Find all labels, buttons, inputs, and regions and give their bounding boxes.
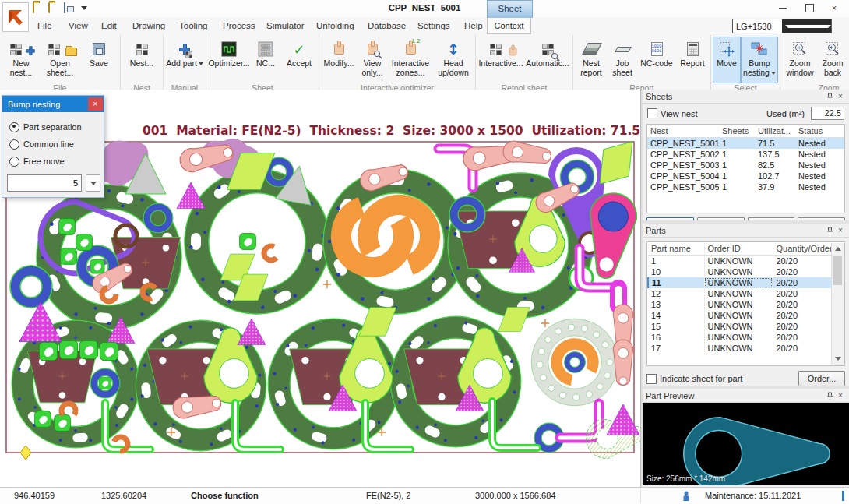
right-panel: Sheets × View nest Used (m²) 22.5 Nest S… — [643, 90, 849, 487]
preview-part-shape — [643, 403, 849, 485]
zoom-window-button[interactable]: + Zoom window — [782, 37, 818, 83]
col-nest[interactable]: Nest — [647, 125, 719, 138]
open-sheet-button[interactable]: Open sheet... — [41, 37, 79, 83]
col-sheets[interactable]: Sheets — [719, 125, 755, 138]
nc-code-button[interactable]: 10100101 NC-code — [637, 37, 676, 83]
part-row[interactable]: 10UNKNOWN20/20 — [648, 266, 833, 277]
tab-edit[interactable]: Edit — [95, 17, 123, 34]
nc-button[interactable]: G00XG02XG01X NC... — [250, 37, 281, 83]
part-row[interactable]: 13UNKNOWN20/20 — [648, 299, 833, 310]
save-icon — [93, 39, 105, 59]
new-nest-button[interactable]: New nest... — [2, 37, 41, 83]
scrollbar-thumb[interactable] — [833, 256, 842, 285]
col-quantity[interactable]: Quantity/Ordered — [773, 242, 833, 256]
part-row[interactable]: 16UNKNOWN20/20 — [648, 332, 833, 343]
part-row[interactable]: 12UNKNOWN20/20 — [648, 288, 833, 299]
sheet-row[interactable]: CPP_NEST_50051 37.9Nested — [647, 182, 844, 192]
ribbon-group-retool-sheet: Interactive... Automatic... Retool sheet — [476, 35, 573, 90]
tab-database[interactable]: Database — [361, 17, 412, 34]
tab-simulator[interactable]: Simulator — [260, 17, 311, 34]
part-row-selected[interactable]: 11UNKNOWN20/20 — [648, 277, 833, 288]
part-row[interactable]: 15UNKNOWN20/20 — [648, 321, 833, 332]
close-icon[interactable]: × — [835, 390, 846, 401]
view-nest-checkbox[interactable]: View nest — [647, 108, 698, 118]
maximize-button[interactable] — [798, 0, 821, 16]
view-only-button[interactable]: View only... — [357, 37, 388, 83]
bump-distance-input[interactable] — [7, 174, 82, 192]
sheet-row[interactable]: CPP_NEST_50021 137.5Nested — [647, 149, 844, 160]
close-icon[interactable]: × — [835, 225, 846, 236]
radio-common-line[interactable]: Common line — [2, 136, 104, 153]
head-updown-button[interactable]: ↕ Head up/down — [433, 37, 474, 83]
pin-icon[interactable] — [824, 91, 835, 102]
pin-icon[interactable] — [824, 390, 835, 401]
minimize-button[interactable] — [771, 0, 794, 16]
sheet-row[interactable]: CPP_NEST_50011 71.5Nested — [647, 138, 844, 150]
tab-view[interactable]: View — [62, 17, 94, 34]
retool-interactive-button[interactable]: Interactive... — [477, 37, 524, 83]
retool-interactive-icon — [490, 39, 512, 59]
radio-free-move[interactable]: Free move — [2, 153, 104, 170]
move-button[interactable]: Move — [713, 37, 741, 83]
status-prompt: Choose function — [191, 491, 259, 500]
radio-icon — [9, 157, 19, 167]
col-part-name[interactable]: Part name — [648, 242, 704, 256]
status-sheet-dims: 3000.000 x 1566.684 — [475, 491, 555, 500]
tab-process[interactable]: Process — [217, 17, 262, 34]
accept-button[interactable]: ✓ Accept — [281, 37, 317, 83]
tab-help[interactable]: Help — [458, 17, 489, 34]
add-part-icon — [179, 39, 190, 59]
tab-tooling[interactable]: Tooling — [173, 17, 213, 34]
radio-icon — [9, 139, 19, 150]
part-row[interactable]: 17UNKNOWN20/20 — [648, 343, 833, 354]
job-sheet-button[interactable]: Job sheet — [608, 37, 637, 83]
ribbon-group-zoom: + Zoom window Zoom back Zoom all Zoom — [780, 35, 849, 90]
machine-selector[interactable]: LG+1530 — [732, 19, 832, 33]
col-order-id[interactable]: Order ID — [704, 242, 773, 256]
zoom-back-icon — [825, 39, 840, 59]
nc-icon: G00XG02XG01X — [258, 39, 273, 59]
maintenance-date: Maintenance: 15.11.2021 — [705, 491, 801, 500]
sheet-row[interactable]: CPP_NEST_50031 82.5Nested — [647, 160, 844, 171]
close-icon[interactable]: × — [835, 91, 846, 102]
tab-drawing[interactable]: Drawing — [126, 17, 171, 34]
part-row[interactable]: 14UNKNOWN20/20 — [648, 310, 833, 321]
dialog-title-bar[interactable]: Bump nesting × — [2, 96, 104, 112]
scroll-up-icon[interactable] — [832, 243, 844, 255]
app-logo[interactable] — [2, 2, 29, 32]
parts-scrollbar[interactable] — [831, 243, 844, 365]
nest-button[interactable]: Nest... — [122, 37, 161, 83]
scroll-down-icon[interactable] — [832, 353, 844, 365]
part-row[interactable]: 1UNKNOWN20/20 — [648, 256, 833, 267]
tab-file[interactable]: File — [31, 17, 58, 34]
col-utiliz[interactable]: Utilizat... — [755, 125, 795, 138]
sheets-panel-title: Sheets — [646, 92, 672, 101]
nest-info-header: 001 Material: FE(N2-5) Thickness: 2 Size… — [143, 124, 640, 138]
nest-report-button[interactable]: Nest report — [575, 37, 608, 83]
machine-dropdown-icon[interactable] — [782, 19, 831, 33]
sheet-row[interactable]: CPP_NEST_50041 102.7Nested — [647, 171, 844, 182]
interactive-zones-button[interactable]: 1 2 Interactive zones... — [388, 37, 433, 83]
used-label: Used (m²) — [766, 109, 805, 118]
tab-context[interactable]: Context — [487, 17, 531, 34]
tab-unfolding[interactable]: Unfolding — [310, 17, 361, 34]
close-button[interactable]: × — [823, 0, 846, 16]
pin-icon[interactable] — [824, 225, 835, 236]
parts-panel: Parts × Part name Order ID Quantity/Orde… — [643, 224, 849, 386]
col-status[interactable]: Status — [795, 125, 844, 138]
report-button[interactable]: Report — [676, 37, 709, 83]
modify-button[interactable]: Modify... — [321, 37, 357, 83]
optimizer-button[interactable]: Optimizer... — [208, 37, 250, 83]
save-button[interactable]: Save — [79, 37, 118, 83]
indicate-sheet-checkbox[interactable]: Indicate sheet for part — [646, 374, 742, 384]
dialog-close-button[interactable]: × — [88, 97, 103, 111]
retool-automatic-button[interactable]: Automatic... — [524, 37, 571, 83]
zoom-back-button[interactable]: Zoom back — [818, 37, 847, 83]
add-part-button[interactable]: Add part — [165, 37, 204, 83]
tab-settings[interactable]: Settings — [411, 17, 456, 34]
radio-part-separation[interactable]: Part separation — [2, 118, 104, 136]
bump-nesting-button[interactable]: Bump nesting — [741, 37, 778, 83]
job-sheet-icon — [615, 39, 630, 59]
bump-distance-dropdown[interactable] — [86, 174, 100, 192]
order-button[interactable]: Order... — [798, 371, 845, 386]
